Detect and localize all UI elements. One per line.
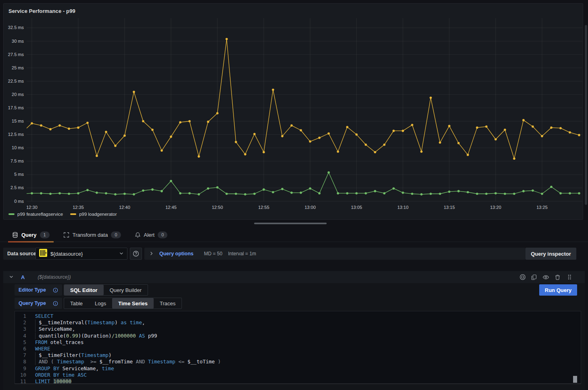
x-tick-label: 13:00: [304, 205, 316, 210]
sql-code: LIMIT 100000: [32, 378, 71, 384]
max-data-points-value: MD = 50: [204, 251, 223, 257]
line-number: 7: [15, 352, 32, 359]
data-point: [392, 187, 395, 190]
y-tick-label: 2.5 ms: [10, 185, 24, 190]
data-point: [290, 192, 293, 194]
data-point: [532, 190, 534, 192]
data-point: [532, 125, 534, 128]
y-axis-labels: 0 ms2.5 ms5 ms7.5 ms10 ms12.5 ms15 ms17.…: [8, 25, 24, 203]
data-point: [281, 188, 284, 190]
data-point: [467, 154, 469, 156]
editor-type-label: Editor Type: [15, 284, 62, 296]
tab-alert-count: 0: [158, 231, 167, 238]
y-tick-label: 17.5 ms: [8, 105, 24, 110]
data-point: [207, 187, 209, 190]
data-point: [58, 124, 61, 127]
chevron-down-icon: [119, 250, 124, 257]
data-point: [411, 193, 413, 195]
data-point: [513, 157, 515, 160]
angle-right-icon[interactable]: [149, 250, 154, 257]
data-point: [68, 193, 70, 195]
data-point: [569, 192, 571, 194]
sql-line: 5FROM otel_traces: [15, 339, 581, 346]
query-type-row: Query Type TableLogsTime SeriesTraces: [15, 298, 182, 309]
tab-query[interactable]: Query 1: [8, 228, 54, 241]
legend-swatch-yellow: [70, 213, 76, 215]
y-tick-label: 0 ms: [14, 199, 24, 204]
drag-handle-icon[interactable]: [566, 274, 573, 281]
query-type-option-traces[interactable]: Traces: [154, 298, 181, 309]
data-point: [522, 119, 525, 121]
divider: [0, 242, 588, 242]
x-tick-label: 13:10: [397, 205, 409, 210]
data-point: [216, 186, 219, 189]
query-row-actions: [519, 274, 579, 281]
collapse-chevron-icon[interactable]: [9, 273, 14, 281]
query-inspector-button[interactable]: Query inspector: [525, 248, 576, 260]
query-options-link[interactable]: Query options: [159, 251, 194, 257]
data-point: [504, 129, 506, 131]
editor-scrollbar-thumb[interactable]: [573, 376, 577, 383]
legend-item-featureflagservice[interactable]: p99 featureflagservice: [8, 212, 63, 217]
info-circle-icon[interactable]: [53, 301, 58, 306]
editor-type-option-query-builder[interactable]: Query Builder: [104, 285, 148, 295]
legend-item-loadgenerator[interactable]: p99 loadgenerator: [70, 212, 117, 217]
panel-title: Service Performance - p99: [8, 8, 75, 14]
data-point: [327, 132, 330, 135]
query-type-option-table[interactable]: Table: [64, 298, 89, 309]
datasource-help-button[interactable]: [130, 248, 142, 260]
sql-line: 10ORDER BY time ASC: [15, 372, 581, 378]
line-number: 8: [15, 359, 32, 365]
run-query-button[interactable]: Run Query: [539, 284, 577, 296]
data-point: [244, 153, 246, 156]
query-options-bar: Query options MD = 50 Interval = 1m: [144, 248, 525, 260]
series-p99-featureflagservice: [21, 171, 580, 196]
sql-code-editor[interactable]: 1SELECT2$__timeInterval(Timestamp) as ti…: [15, 311, 581, 384]
datasource-value: ${datasource}: [50, 251, 116, 257]
query-type-label-text: Query Type: [19, 300, 46, 306]
data-point: [439, 193, 441, 195]
data-point: [114, 193, 117, 196]
info-circle-icon[interactable]: [53, 288, 58, 293]
editor-type-option-sql-editor[interactable]: SQL Editor: [64, 285, 104, 295]
query-row-header[interactable]: A (${datasource}): [3, 271, 585, 283]
query-type-option-logs[interactable]: Logs: [89, 298, 112, 309]
query-type-option-time-series[interactable]: Time Series: [112, 298, 154, 309]
tab-alert[interactable]: Alert 0: [131, 228, 172, 241]
data-point: [578, 134, 580, 136]
line-number: 5: [15, 339, 32, 346]
vertical-scrollbar-thumb[interactable]: [585, 25, 587, 205]
sql-line: 4quantile(0.99)(Duration)/1000000 AS p99: [15, 333, 581, 339]
data-point: [31, 192, 33, 194]
line-number: 9: [15, 365, 32, 372]
data-point: [244, 193, 246, 196]
horizontal-scrollbar-thumb[interactable]: [254, 223, 327, 224]
indent-guide: [35, 352, 39, 359]
hide-response-eye-icon[interactable]: [542, 274, 549, 281]
disable-query-icon[interactable]: [519, 274, 526, 281]
datasource-picker[interactable]: ${datasource}: [35, 248, 127, 260]
database-icon: [12, 232, 18, 238]
data-point: [77, 127, 79, 129]
data-point: [550, 127, 553, 129]
data-point: [374, 190, 376, 192]
data-point: [49, 128, 52, 131]
data-point: [225, 38, 228, 40]
data-point: [467, 191, 469, 194]
data-point: [123, 193, 126, 195]
data-point: [198, 155, 200, 158]
time-series-chart[interactable]: 0 ms2.5 ms5 ms7.5 ms10 ms12.5 ms15 ms17.…: [4, 4, 583, 219]
delete-query-trash-icon[interactable]: [554, 274, 561, 281]
tab-transform-data[interactable]: Transform data 0: [59, 228, 125, 241]
timeseries-panel: 0 ms2.5 ms5 ms7.5 ms10 ms12.5 ms15 ms17.…: [3, 3, 583, 220]
data-point: [114, 145, 117, 147]
clickhouse-datasource-icon: [39, 249, 47, 259]
y-tick-label: 7.5 ms: [10, 159, 24, 163]
data-point: [448, 125, 450, 127]
sql-line: 3ServiceName,: [15, 326, 581, 332]
data-point: [365, 192, 367, 194]
data-point: [374, 151, 376, 154]
duplicate-query-icon[interactable]: [531, 274, 538, 281]
chart-legend: p99 featureflagservice p99 loadgenerator: [8, 212, 117, 217]
data-point: [272, 89, 274, 91]
